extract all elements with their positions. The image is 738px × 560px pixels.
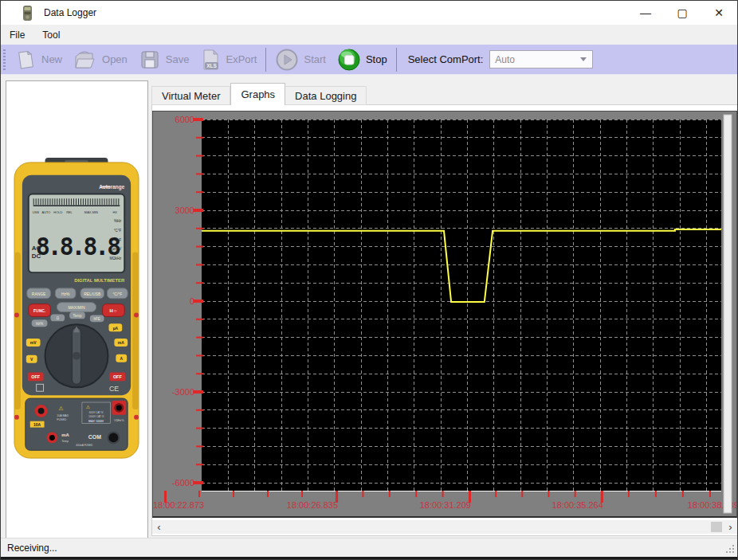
chart: 600030000-3000-600018:00:22.87318:00:26.… bbox=[153, 112, 736, 516]
ce-mark: CE bbox=[109, 385, 119, 393]
save-floppy-icon bbox=[139, 49, 161, 71]
start-button-label: Start bbox=[304, 53, 325, 65]
multimeter-image: Autorange USB AUTO HOLD REL MAX-MIN HV 8… bbox=[10, 158, 143, 464]
svg-text:Hz%: Hz% bbox=[61, 292, 70, 296]
svg-text:FUSED: FUSED bbox=[57, 418, 66, 421]
comport-value: Auto bbox=[495, 54, 580, 65]
svg-text:MAX 1000V: MAX 1000V bbox=[88, 420, 104, 423]
toolbar-grip bbox=[3, 49, 6, 70]
svg-text:3000: 3000 bbox=[175, 206, 194, 215]
open-folder-icon bbox=[73, 49, 97, 71]
tab-graphs[interactable]: Graphs bbox=[230, 83, 285, 105]
title-bar: Data Logger — ▢ ✕ bbox=[1, 1, 737, 25]
svg-text:HV: HV bbox=[112, 210, 117, 214]
brand-label: DIGITAL MULTIMETER bbox=[74, 278, 125, 283]
stop-button-label: Stop bbox=[366, 53, 387, 65]
lcd-digits: 8.8.8.8 bbox=[36, 233, 120, 260]
svg-text:10A MAX: 10A MAX bbox=[57, 414, 69, 417]
new-button-label: New bbox=[41, 53, 62, 65]
svg-text:1000V CAT III: 1000V CAT III bbox=[88, 415, 104, 418]
svg-text:OFF: OFF bbox=[113, 374, 123, 379]
comport-label: Select ComPort: bbox=[408, 53, 484, 65]
svg-text:⚠: ⚠ bbox=[86, 405, 90, 409]
graph-area: 600030000-3000-600018:00:22.87318:00:26.… bbox=[152, 111, 737, 518]
chevron-down-icon bbox=[580, 57, 587, 61]
svg-text:0: 0 bbox=[190, 296, 194, 306]
tab-data-logging[interactable]: Data Logging bbox=[285, 86, 367, 105]
scroll-left-arrow-icon[interactable]: ‹ bbox=[152, 520, 166, 534]
menu-bar: File Tool bbox=[1, 25, 737, 45]
toolbar-separator-2 bbox=[396, 48, 397, 72]
start-button[interactable]: Start bbox=[269, 46, 331, 73]
svg-text:FUNC.: FUNC. bbox=[33, 309, 46, 313]
scrollbar-thumb[interactable] bbox=[711, 522, 722, 532]
svg-text:⚠: ⚠ bbox=[58, 405, 63, 411]
svg-text:600V CAT IV: 600V CAT IV bbox=[89, 411, 104, 414]
jack-panel: 10A ⚠ 10A MAX FUSED ⚠ 600V CAT IV 1000V … bbox=[26, 398, 128, 450]
export-button-label: ExPort bbox=[226, 53, 257, 65]
svg-text:6000: 6000 bbox=[175, 115, 194, 124]
export-xls-icon: XLS bbox=[200, 49, 221, 71]
chart-hscrollbar[interactable]: ‹ › bbox=[152, 520, 737, 534]
svg-text:10A: 10A bbox=[33, 423, 41, 427]
tab-virtual-meter[interactable]: Virtual Meter bbox=[151, 86, 230, 105]
xls-badge: XLS bbox=[207, 63, 218, 69]
tab-strip: Virtual Meter Graphs Data Logging bbox=[151, 83, 367, 105]
toolbar-separator bbox=[265, 48, 266, 72]
resize-grip[interactable] bbox=[725, 544, 735, 554]
svg-text:°C°F: °C°F bbox=[114, 229, 122, 233]
export-button[interactable]: XLS ExPort bbox=[194, 46, 262, 73]
svg-text:Temp: Temp bbox=[61, 440, 69, 443]
svg-text:MAX/MIN: MAX/MIN bbox=[68, 306, 85, 310]
svg-text:µA: µA bbox=[113, 327, 119, 331]
svg-text:18:00:26.835: 18:00:26.835 bbox=[287, 500, 338, 510]
stop-button[interactable]: Stop bbox=[332, 46, 393, 73]
svg-text:mV: mV bbox=[30, 341, 37, 345]
app-window: Data Logger — ▢ ✕ File Tool New bbox=[0, 0, 738, 560]
maximize-button[interactable]: ▢ bbox=[664, 1, 701, 25]
svg-text:mA: mA bbox=[61, 433, 69, 437]
svg-text:COM: COM bbox=[88, 434, 101, 440]
svg-text:18:00:31.209: 18:00:31.209 bbox=[420, 500, 471, 510]
svg-text:AC: AC bbox=[32, 245, 41, 252]
minimize-button[interactable]: — bbox=[627, 1, 664, 25]
svg-text:-3000: -3000 bbox=[172, 387, 194, 397]
svg-text:-6000: -6000 bbox=[172, 478, 194, 488]
svg-text:hFE: hFE bbox=[94, 317, 100, 321]
status-bar: Receiving... bbox=[1, 538, 737, 559]
rotary-dial bbox=[45, 324, 108, 387]
save-button-label: Save bbox=[166, 53, 190, 65]
svg-text:USB: USB bbox=[33, 210, 39, 214]
svg-text:MAX-MIN: MAX-MIN bbox=[84, 210, 98, 214]
toolbar: New Open Save XLS bbox=[1, 45, 737, 75]
comport-select[interactable]: Auto bbox=[489, 50, 593, 69]
svg-text:18:00:22.873: 18:00:22.873 bbox=[153, 500, 204, 510]
stop-icon bbox=[337, 48, 361, 72]
new-button[interactable]: New bbox=[9, 46, 68, 73]
svg-text:°C/°F: °C/°F bbox=[112, 292, 122, 296]
autorange-label: Autorange bbox=[99, 184, 124, 190]
save-button[interactable]: Save bbox=[133, 46, 195, 73]
svg-text:Temp: Temp bbox=[73, 314, 82, 318]
meter-image-panel: Autorange USB AUTO HOLD REL MAX-MIN HV 8… bbox=[6, 80, 148, 538]
menu-tool[interactable]: Tool bbox=[33, 26, 69, 44]
svg-text:REL: REL bbox=[66, 210, 73, 214]
svg-text:RANGE: RANGE bbox=[32, 292, 46, 296]
open-button[interactable]: Open bbox=[68, 46, 133, 73]
window-title: Data Logger bbox=[44, 7, 96, 18]
svg-text:18:00:35.264: 18:00:35.264 bbox=[552, 500, 603, 510]
close-button[interactable]: ✕ bbox=[701, 1, 737, 25]
svg-text:MΩkHz: MΩkHz bbox=[110, 257, 122, 260]
svg-text:H☼: H☼ bbox=[110, 308, 118, 313]
svg-text:DC: DC bbox=[32, 253, 41, 260]
status-text: Receiving... bbox=[7, 542, 57, 554]
svg-text:%Hz: %Hz bbox=[114, 219, 121, 223]
menu-file[interactable]: File bbox=[1, 26, 33, 44]
svg-text:REL/USB: REL/USB bbox=[84, 292, 101, 296]
svg-text:AUTO: AUTO bbox=[42, 210, 51, 214]
open-button-label: Open bbox=[102, 53, 128, 65]
app-icon bbox=[22, 6, 33, 21]
svg-text:A: A bbox=[120, 357, 123, 361]
svg-text:OFF: OFF bbox=[31, 374, 41, 379]
scroll-right-arrow-icon[interactable]: › bbox=[724, 520, 737, 534]
